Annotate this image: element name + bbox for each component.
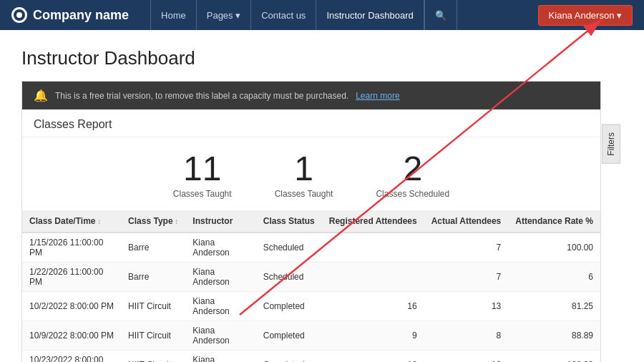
cell-rate: 6 [508, 263, 600, 292]
nav-links: Home Pages ▾ Contact us Instructor Dashb… [150, 0, 532, 30]
company-logo[interactable]: Company name [11, 7, 129, 23]
table-header-row: Class Date/Time Class Type Instructor Cl… [22, 210, 600, 233]
table-container: Class Date/Time Class Type Instructor Cl… [22, 210, 600, 362]
cell-instructor: Kiana Anderson [185, 233, 255, 263]
cell-registered: 16 [322, 292, 424, 321]
cell-status: Completed [256, 351, 322, 363]
cell-registered [322, 263, 424, 292]
stats-row: 11 Classes Taught 1 Classes Taught 2 Cla… [22, 137, 600, 210]
table-body: 1/15/2026 11:00:00 PMBarreKiana Anderson… [22, 233, 600, 362]
cell-type: HIIT Circuit [121, 292, 185, 321]
stat-classes-taught-1: 11 Classes Taught [173, 152, 232, 199]
cell-date: 1/22/2026 11:00:00 PM [22, 263, 121, 292]
cell-registered [322, 233, 424, 263]
cell-actual: 13 [424, 292, 509, 321]
nav-contact[interactable]: Contact us [251, 0, 316, 30]
cell-type: Barre [121, 263, 185, 292]
cell-actual: 7 [424, 263, 509, 292]
table-row: 10/9/2022 8:00:00 PMHIIT CircuitKiana An… [22, 321, 600, 351]
trial-icon: 🔔 [34, 89, 48, 102]
cell-actual: 8 [424, 321, 509, 351]
cell-actual: 16 [424, 351, 509, 363]
cell-rate: 81.25 [508, 292, 600, 321]
main-content: Instructor Dashboard 🔔 This is a free tr… [0, 30, 644, 362]
cell-instructor: Kiana Anderson [185, 292, 255, 321]
col-type[interactable]: Class Type [121, 210, 185, 233]
cell-status: Scheduled [256, 263, 322, 292]
cell-date: 10/23/2022 8:00:00 PM [22, 351, 121, 363]
cell-rate: 100.00 [508, 233, 600, 263]
cell-date: 1/15/2026 11:00:00 PM [22, 233, 121, 263]
stat-classes-scheduled: 2 Classes Scheduled [376, 152, 449, 199]
col-rate: Attendance Rate % [508, 210, 600, 233]
cell-type: Barre [121, 233, 185, 263]
user-menu-button[interactable]: Kiana Anderson ▾ [538, 5, 633, 26]
cell-date: 10/2/2022 8:00:00 PM [22, 292, 121, 321]
col-instructor: Instructor [185, 210, 255, 233]
cell-instructor: Kiana Anderson [185, 263, 255, 292]
cell-status: Completed [256, 321, 322, 351]
report-card-header: Classes Report [22, 109, 600, 137]
classes-table: Class Date/Time Class Type Instructor Cl… [22, 210, 600, 362]
table-row: 10/23/2022 8:00:00 PMHIIT CircuitKiana A… [22, 351, 600, 363]
cell-type: HIIT Circuit [121, 351, 185, 363]
page-title: Instructor Dashboard [21, 47, 623, 69]
search-icon: 🔍 [435, 10, 447, 21]
stat-classes-taught-2: 1 Classes Taught [275, 152, 333, 199]
trial-banner: 🔔 This is a free trial version, to remov… [22, 82, 600, 109]
logo-icon [11, 7, 27, 23]
cell-status: Scheduled [256, 233, 322, 263]
col-date[interactable]: Class Date/Time [22, 210, 121, 233]
report-card: 🔔 This is a free trial version, to remov… [21, 81, 601, 362]
table-row: 1/22/2026 11:00:00 PMBarreKiana Anderson… [22, 263, 600, 292]
nav-pages[interactable]: Pages ▾ [197, 0, 251, 30]
cell-instructor: Kiana Anderson [185, 321, 255, 351]
cell-rate: 100.00 [508, 351, 600, 363]
cell-actual: 7 [424, 233, 509, 263]
cell-date: 10/9/2022 8:00:00 PM [22, 321, 121, 351]
search-button[interactable]: 🔍 [424, 0, 457, 30]
nav-home[interactable]: Home [150, 0, 197, 30]
learn-more-link[interactable]: Learn more [356, 91, 399, 101]
filters-tab[interactable]: Filters [602, 124, 620, 164]
cell-status: Completed [256, 292, 322, 321]
cell-type: HIIT Circuit [121, 321, 185, 351]
col-status: Class Status [256, 210, 322, 233]
table-row: 10/2/2022 8:00:00 PMHIIT CircuitKiana An… [22, 292, 600, 321]
nav-instructor-dashboard[interactable]: Instructor Dashboard [316, 0, 424, 30]
navbar: Company name Home Pages ▾ Contact us Ins… [0, 0, 644, 30]
col-registered: Registered Attendees [322, 210, 424, 233]
col-actual: Actual Attendees [424, 210, 509, 233]
cell-registered: 16 [322, 351, 424, 363]
table-row: 1/15/2026 11:00:00 PMBarreKiana Anderson… [22, 233, 600, 263]
cell-instructor: Kiana Anderson [185, 351, 255, 363]
cell-rate: 88.89 [508, 321, 600, 351]
cell-registered: 9 [322, 321, 424, 351]
